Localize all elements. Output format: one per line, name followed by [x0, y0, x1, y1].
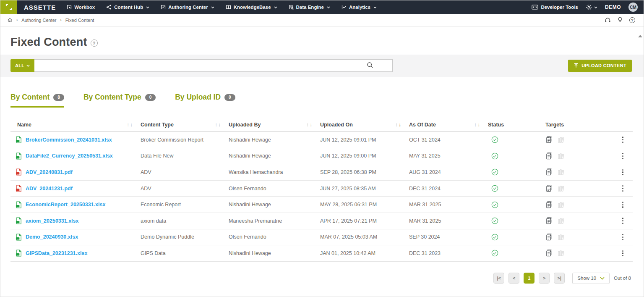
page-size-select[interactable]: Show 10 — [572, 273, 610, 284]
previous-page-button[interactable]: < — [508, 273, 519, 284]
uploaded-on-cell: SEP 28, 2025 06:38 PM — [320, 169, 409, 175]
nav-authoring-center[interactable]: Authoring Center — [161, 5, 214, 10]
file-name-link[interactable]: BrokerCommission_20241031.xlsx — [26, 137, 112, 143]
report-target-icon[interactable] — [545, 168, 553, 176]
column-header-as-of-date[interactable]: As Of Date ↑↓ — [409, 122, 488, 128]
file-name-link[interactable]: ADV_20241231.pdf — [26, 186, 73, 192]
status-success-icon — [491, 250, 498, 257]
report-target-icon[interactable] — [545, 217, 553, 225]
sort-icon[interactable]: ↑↓ — [306, 122, 313, 127]
name-cell: DataFile2_Currency_20250531.xlsx — [10, 152, 141, 160]
tab-bar: By Content 8 By Content Type 0 By Upload… — [0, 77, 644, 108]
column-header-uploaded-on[interactable]: Uploaded On ↑↓ — [320, 122, 409, 128]
row-actions-menu[interactable] — [620, 216, 626, 226]
name-cell: ADV_20240831.pdf — [10, 168, 141, 176]
first-page-button[interactable]: |< — [493, 273, 504, 284]
nav-analytics[interactable]: Analytics — [342, 5, 377, 10]
uploaded-by-cell: Nishadini Hewage — [229, 250, 320, 256]
vertical-scrollbar[interactable] — [637, 29, 643, 295]
home-icon[interactable] — [7, 18, 13, 23]
file-type-icon — [16, 168, 22, 176]
breadcrumb-authoring-center[interactable]: Authoring Center — [21, 18, 56, 23]
library-target-icon — [557, 249, 565, 257]
tab-by-upload-id[interactable]: By Upload ID 0 — [175, 93, 235, 108]
file-name-link[interactable]: GIPSData_20231231.xlsx — [26, 250, 87, 256]
report-target-icon[interactable] — [545, 249, 553, 257]
page-help-icon[interactable]: ? — [91, 39, 98, 47]
file-type-icon — [16, 250, 22, 257]
topnav-right-cluster: Developer Tools DEMO CM — [532, 0, 644, 14]
report-target-icon[interactable] — [545, 184, 553, 192]
row-actions-menu[interactable] — [620, 168, 626, 177]
uploaded-on-cell: MAR 07, 2025 05:03 AM — [320, 234, 409, 240]
row-actions-menu[interactable] — [620, 200, 626, 210]
nav-workbox[interactable]: Workbox — [67, 5, 95, 10]
assette-logo[interactable] — [0, 0, 17, 14]
library-target-icon — [557, 233, 565, 241]
search-icon[interactable] — [367, 62, 373, 68]
library-target-icon — [557, 168, 565, 176]
breadcrumb-separator: › — [16, 18, 18, 22]
report-target-icon[interactable] — [545, 152, 553, 160]
row-actions-menu[interactable] — [620, 151, 626, 161]
filter-all-dropdown[interactable]: ALL — [10, 59, 34, 72]
uploaded-on-cell: JUN 12, 2025 09:01 PM — [320, 137, 409, 143]
status-cell — [488, 185, 545, 192]
column-header-content-type[interactable]: Content Type ↑↓ — [141, 122, 229, 128]
user-avatar[interactable]: CM — [628, 3, 638, 12]
developer-tools-button[interactable]: Developer Tools — [532, 5, 578, 10]
row-actions-menu[interactable] — [620, 249, 626, 258]
page-number-button[interactable]: 1 — [524, 273, 534, 284]
tab-count-badge: 8 — [53, 94, 64, 101]
report-target-icon[interactable] — [545, 136, 553, 144]
nav-knowledgebase[interactable]: KnowledgeBase — [226, 5, 277, 10]
idea-lightbulb-icon[interactable] — [618, 17, 623, 23]
content-type-cell: ADV — [141, 186, 229, 192]
nav-data-engine[interactable]: Data Engine — [289, 5, 330, 10]
report-target-icon[interactable] — [545, 233, 553, 241]
file-name-link[interactable]: EconomicReport_20250331.xlsx — [26, 202, 105, 208]
row-actions-menu[interactable] — [620, 184, 626, 193]
search-input[interactable] — [34, 59, 393, 72]
tab-by-content-type[interactable]: By Content Type 0 — [83, 93, 156, 108]
sort-icon-active-desc[interactable]: ↑↓ — [395, 122, 402, 127]
sort-icon[interactable]: ↑↓ — [214, 122, 221, 127]
next-page-button[interactable]: > — [539, 273, 550, 284]
status-cell — [488, 136, 545, 143]
file-name-link[interactable]: DataFile2_Currency_20250531.xlsx — [26, 153, 113, 159]
table-row: GIPSData_20231231.xlsx GIPS Data Nishadi… — [10, 245, 633, 262]
upload-content-button[interactable]: UPLOAD CONTENT — [568, 60, 632, 72]
file-type-icon — [16, 217, 22, 224]
support-headset-icon[interactable] — [605, 17, 611, 23]
file-name-link[interactable]: Demo_20240930.xlsx — [26, 234, 78, 240]
main-menu: Workbox Content Hub Authoring Center Kno… — [67, 0, 532, 14]
settings-menu[interactable] — [586, 4, 597, 11]
knowledgebase-icon — [226, 5, 231, 10]
file-type-icon — [16, 185, 22, 192]
last-page-button[interactable]: >| — [554, 273, 565, 284]
chevron-down-icon — [327, 6, 330, 8]
report-target-icon[interactable] — [545, 201, 553, 209]
file-name-link[interactable]: ADV_20240831.pdf — [26, 169, 73, 175]
row-actions-menu[interactable] — [620, 232, 626, 242]
as-of-date-cell: MAR 31 2025 — [409, 218, 488, 224]
chevron-down-icon — [373, 6, 377, 8]
chevron-down-icon — [26, 65, 30, 67]
column-header-uploaded-by[interactable]: Uploaded By ↑↓ — [229, 122, 320, 128]
breadcrumb-bar: › Authoring Center › Fixed Content ? — [0, 14, 644, 26]
column-header-name[interactable]: Name ↑↓ — [10, 122, 141, 128]
breadcrumb-fixed-content[interactable]: Fixed Content — [65, 18, 94, 23]
scroll-up-arrow-icon[interactable] — [638, 35, 642, 37]
content-type-cell: GIPS Data — [141, 250, 229, 256]
file-name-link[interactable]: axiom_20250331.xlsx — [26, 218, 79, 224]
status-cell — [488, 168, 545, 176]
file-type-icon — [16, 201, 22, 208]
nav-content-hub[interactable]: Content Hub — [106, 5, 149, 10]
row-actions-menu[interactable] — [620, 135, 626, 145]
sort-icon[interactable]: ↑↓ — [474, 122, 480, 127]
sort-icon[interactable]: ↑↓ — [126, 122, 133, 127]
uploaded-on-cell: JAN 01, 2025 10:42 AM — [320, 250, 409, 256]
tab-by-content[interactable]: By Content 8 — [10, 93, 64, 108]
chevron-down-icon — [146, 6, 149, 8]
help-icon[interactable]: ? — [629, 17, 635, 23]
